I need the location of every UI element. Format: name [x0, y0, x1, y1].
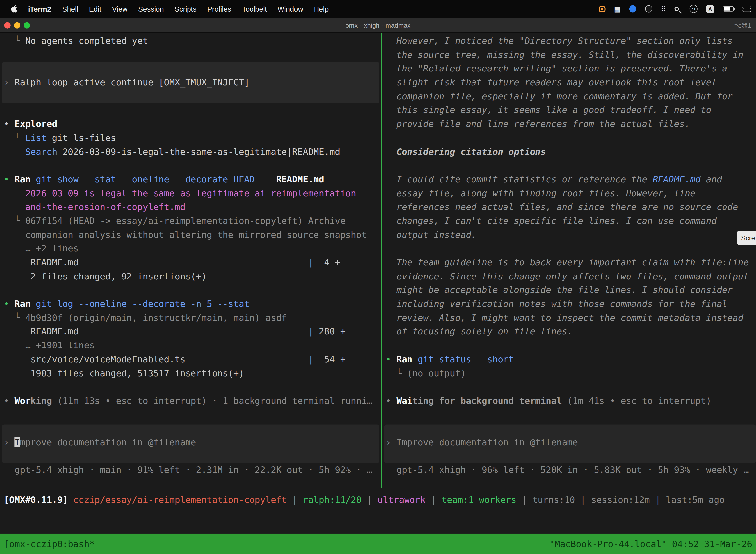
text-segment: No agents completed yet — [25, 36, 148, 46]
text-segment: including verification notes with those … — [386, 298, 727, 309]
text-segment: | — [516, 494, 532, 505]
terminal-line: I could cite commit statistics or refere… — [386, 173, 756, 187]
left-terminal-pane[interactable]: └ No agents completed yet› Ralph loop ac… — [0, 34, 381, 477]
input-source-icon[interactable]: A — [706, 5, 714, 13]
menu-edit[interactable]: Edit — [83, 5, 107, 13]
text-segment: README.md | 280 + — [4, 326, 345, 337]
text-segment: Ran — [396, 354, 413, 364]
mode-label: ultrawork — [378, 494, 426, 505]
text-segment: └ — [4, 36, 25, 46]
omx-status-line: [OMX#0.11.9] cczip/essay/ai-reimplementa… — [0, 493, 756, 507]
text-segment: Ralph loop active continue [OMX_TMUX_INJ… — [15, 77, 250, 88]
dark-app-icon[interactable] — [645, 5, 652, 12]
terminal-line: └ 4b9d30f (origin/main, instructkr/main,… — [4, 311, 381, 325]
terminal-line: 2 files changed, 92 insertions(+) — [4, 270, 381, 283]
terminal-line: slight risk that future readers may over… — [386, 76, 756, 90]
key-icon[interactable] — [674, 6, 680, 12]
prompt-chevron: › — [386, 437, 396, 447]
terminal-line: • Working (11m 13s • esc to interrupt) ·… — [4, 394, 381, 408]
menu-session[interactable]: Session — [133, 5, 170, 13]
text-segment: slight risk that future readers may over… — [386, 77, 716, 88]
window-title: omx --xhigh --madmax — [0, 18, 756, 33]
text-segment: evidence. Since this change only affects… — [386, 271, 749, 281]
battery-fill — [724, 7, 731, 11]
control-center-icon[interactable] — [743, 6, 750, 12]
terminal-line: • Ran git show --stat --oneline --decora… — [4, 173, 381, 187]
tmux-session-window[interactable]: [omx-cczip0:bash* — [4, 539, 95, 549]
terminal-line — [386, 131, 756, 145]
terminal-line: gpt-5.4 xhigh · main · 91% left · 2.31M … — [4, 463, 381, 477]
text-segment — [4, 188, 25, 198]
terminal-line: Search 2026-03-09-is-legal-the-same-as-l… — [4, 145, 381, 159]
text-segment: the source tree, missing the essay. Stil… — [386, 50, 743, 60]
terminal-line: • Ran git log --oneline --decorate -n 5 … — [4, 297, 381, 311]
text-segment: • — [4, 174, 15, 184]
tmux-status-bar: [omx-cczip0:bash* "MacBook-Pro-44.local"… — [0, 534, 756, 554]
terminal-line: the source tree, missing the essay. Stil… — [386, 48, 756, 62]
blue-app-icon[interactable] — [629, 5, 636, 12]
text-segment: 067f154 (HEAD -> essay/ai-reimplementati… — [25, 216, 345, 226]
screen-share-overlay-button[interactable]: Scre — [737, 231, 756, 245]
terminal-line: might be acceptable alongside the file l… — [386, 283, 756, 297]
text-segment: provide file and line references from th… — [386, 119, 690, 129]
terminal-line: Considering citation options — [386, 145, 756, 159]
text-segment: However, I noticed the "Directory Struct… — [386, 36, 733, 46]
menu-toolbelt[interactable]: Toolbelt — [237, 5, 272, 13]
screen-recording-icon[interactable] — [598, 6, 605, 12]
text-segment: Search — [25, 147, 57, 157]
text-segment — [4, 202, 25, 212]
text-segment: … +2 lines — [4, 243, 79, 254]
menu-app-name[interactable]: iTerm2 — [22, 5, 57, 13]
text-segment: 4b9d30f (origin/main, instructkr/main, m… — [25, 313, 287, 323]
input-text: mprove documentation in @filename — [20, 437, 196, 447]
apple-logo-icon — [11, 5, 17, 13]
text-segment: changes, I can't cite specific file line… — [386, 216, 716, 226]
menu-shell[interactable]: Shell — [57, 5, 84, 13]
window-title-bar[interactable]: omx --xhigh --madmax ⌥⌘1 — [0, 18, 756, 33]
terminal-line: src/voice/voiceModeEnabled.ts | 54 + — [4, 353, 381, 367]
text-segment — [4, 147, 25, 157]
terminal-line: companion analysis without altering the … — [4, 228, 381, 242]
terminal-line — [386, 380, 756, 394]
text-segment: companion file, especially if more comme… — [386, 91, 733, 101]
text-segment: | — [426, 494, 442, 505]
terminal-line: including verification notes with those … — [386, 297, 756, 311]
text-segment — [30, 174, 36, 184]
menu-help[interactable]: Help — [309, 5, 334, 13]
terminal-line — [4, 422, 381, 436]
menu-view[interactable]: View — [107, 5, 133, 13]
terminal-line: • Waiting for background terminal (1m 41… — [386, 394, 756, 408]
apple-menu[interactable] — [6, 5, 22, 13]
gauge-icon[interactable]: 61 — [690, 5, 698, 13]
ralph-counter: ralph:11/20 — [303, 494, 362, 505]
text-segment: this single essay, it seems like a good … — [386, 105, 711, 115]
prompt-chevron: › — [4, 437, 15, 447]
text-segment: | — [575, 494, 591, 505]
menu-scripts[interactable]: Scripts — [169, 5, 202, 13]
text-segment: the "Related research writing" section i… — [386, 63, 727, 73]
keyboard-grid-icon[interactable]: ▦ — [614, 5, 621, 12]
tmux-host-clock: "MacBook-Pro-44.local" 04:52 31-Mar-26 — [549, 539, 752, 549]
terminal-line: • Explored — [4, 117, 381, 131]
terminal-line: └ 067f154 (HEAD -> essay/ai-reimplementa… — [4, 214, 381, 228]
terminal-line: … +1901 lines — [4, 339, 381, 353]
text-segment: └ — [386, 368, 407, 378]
launchpad-dots-icon[interactable]: ⠿ — [661, 5, 666, 12]
terminal-line — [4, 159, 381, 173]
text-segment: | — [650, 494, 666, 505]
terminal-line: 1903 files changed, 513517 insertions(+) — [4, 366, 381, 380]
text-segment: 2026-03-09-is-legal-the-same-as-legitima… — [57, 147, 340, 157]
text-segment: and — [701, 174, 722, 184]
menu-bar-status-tray: ▦ ⠿ 61 A — [598, 5, 750, 13]
text-cursor: I — [15, 437, 20, 447]
terminal-line — [386, 159, 756, 173]
text-segment: • — [386, 396, 396, 406]
terminal-line: provide file and line references from th… — [386, 117, 756, 131]
menu-window[interactable]: Window — [272, 5, 308, 13]
battery-icon[interactable] — [723, 6, 734, 11]
menu-profiles[interactable]: Profiles — [202, 5, 237, 13]
text-segment: ting for background terminal — [413, 396, 562, 406]
turns-counter: turns:10 — [532, 494, 575, 505]
right-terminal-pane[interactable]: However, I noticed the "Directory Struct… — [382, 34, 756, 477]
text-segment: Explored — [15, 119, 57, 129]
